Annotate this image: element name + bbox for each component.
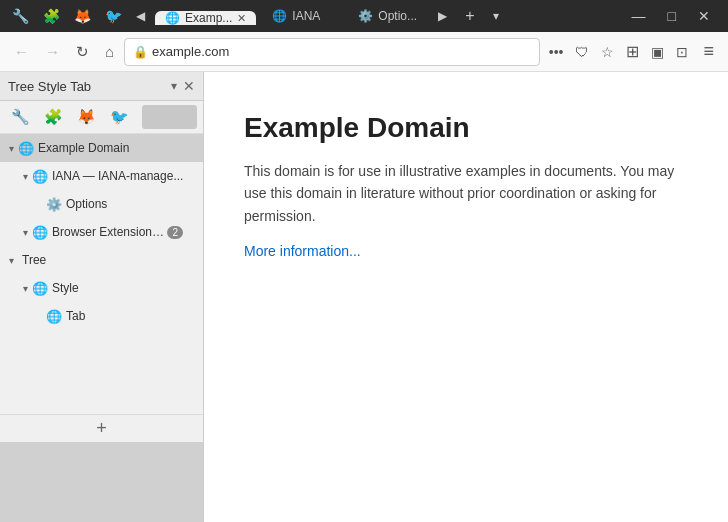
home-button[interactable]: ⌂ <box>99 39 120 64</box>
sidebar-toolbar: 🔧 🧩 🦊 🐦 <box>0 101 203 134</box>
label-style: Style <box>52 281 187 295</box>
favicon-tab: 🌐 <box>46 309 62 324</box>
extensions-icon[interactable]: 🧩 <box>39 4 64 28</box>
sidebar-icon[interactable]: ▣ <box>646 40 669 64</box>
favicon-style: 🌐 <box>32 281 48 296</box>
sidebar-firefox-button[interactable]: 🦊 <box>72 105 101 129</box>
label-tab: Tab <box>66 309 187 323</box>
close-button[interactable]: ✕ <box>688 4 720 28</box>
toolbar-icons: ••• 🛡 ☆ ⊞ ▣ ⊡ <box>544 38 694 65</box>
back-button[interactable]: ← <box>8 39 35 64</box>
twitter-icon[interactable]: 🐦 <box>101 4 126 28</box>
tree-item-style[interactable]: ▾ 🌐 Style ✕ <box>0 274 203 302</box>
address-url[interactable]: example.com <box>152 44 527 59</box>
tab-options[interactable]: ⚙️ Optio... <box>348 9 428 23</box>
tree-item-tree[interactable]: ▾ Tree ✕ <box>0 246 203 274</box>
label-example-domain: Example Domain <box>38 141 187 155</box>
toggle-iana[interactable]: ▾ <box>18 171 32 182</box>
sidebar-title: Tree Style Tab <box>8 79 165 94</box>
sidebar-close-button[interactable]: ✕ <box>183 78 195 94</box>
tab-iana-label: IANA <box>292 9 320 23</box>
toggle-example-domain[interactable]: ▾ <box>4 143 18 154</box>
tree-item-browser-extensions[interactable]: ▾ 🌐 Browser Extensions - M 2 ✕ <box>0 218 203 246</box>
add-tab-button[interactable]: + <box>0 414 203 442</box>
window-controls: — □ ✕ <box>622 4 720 28</box>
more-tools-icon[interactable]: ••• <box>544 40 569 64</box>
tab-iana[interactable]: 🌐 IANA <box>262 9 342 23</box>
hamburger-menu[interactable]: ≡ <box>697 37 720 66</box>
tab-forward-chevron[interactable]: ▶ <box>434 9 451 23</box>
page-body: This domain is for use in illustrative e… <box>244 160 684 227</box>
tab-options-favicon: ⚙️ <box>358 9 373 23</box>
tab-options-label: Optio... <box>378 9 417 23</box>
content-area: Example Domain This domain is for use in… <box>204 72 728 522</box>
title-bar: 🔧 🧩 🦊 🐦 ◀ 🌐 Examp... ✕ 🌐 IANA ⚙️ Optio..… <box>0 0 728 32</box>
favicon-iana: 🌐 <box>32 169 48 184</box>
tree-item-iana[interactable]: ▾ 🌐 IANA — IANA-manage... ✕ <box>0 162 203 190</box>
lock-icon: 🔒 <box>133 45 148 59</box>
minimize-button[interactable]: — <box>622 4 656 28</box>
toggle-browser-ext[interactable]: ▾ <box>18 227 32 238</box>
label-iana: IANA — IANA-manage... <box>52 169 187 183</box>
badge-browser-ext: 2 <box>167 226 183 239</box>
tab-iana-favicon: 🌐 <box>272 9 287 23</box>
sidebar-twitter-button[interactable]: 🐦 <box>105 105 134 129</box>
favicon-example-domain: 🌐 <box>18 141 34 156</box>
label-browser-ext: Browser Extensions - M <box>52 225 167 239</box>
sidebar: Tree Style Tab ▾ ✕ 🔧 🧩 🦊 🐦 ▾ 🌐 Example D… <box>0 72 204 522</box>
sidebar-wrench-button[interactable]: 🔧 <box>6 105 35 129</box>
sidebar-puzzle-button[interactable]: 🧩 <box>39 105 68 129</box>
tree-item-tab[interactable]: 🌐 Tab ✕ <box>0 302 203 330</box>
tree-item-example-domain[interactable]: ▾ 🌐 Example Domain ✕ <box>0 134 203 162</box>
address-input-wrapper[interactable]: 🔒 example.com <box>124 38 540 66</box>
synced-tabs-icon[interactable]: ⊡ <box>671 40 693 64</box>
tab-example-close[interactable]: ✕ <box>237 12 246 25</box>
sidebar-footer <box>0 442 203 522</box>
tab-back-chevron[interactable]: ◀ <box>132 9 149 23</box>
main-layout: Tree Style Tab ▾ ✕ 🔧 🧩 🦊 🐦 ▾ 🌐 Example D… <box>0 72 728 522</box>
firefox-logo-icon[interactable]: 🦊 <box>70 4 95 28</box>
favicon-browser-ext: 🌐 <box>32 225 48 240</box>
pocket-icon[interactable]: 🛡 <box>570 40 594 64</box>
forward-button[interactable]: → <box>39 39 66 64</box>
tree-container: ▾ 🌐 Example Domain ✕ ▾ 🌐 IANA — IANA-man… <box>0 134 203 414</box>
page-title: Example Domain <box>244 112 688 144</box>
favicon-options: ⚙️ <box>46 197 62 212</box>
wrench-icon[interactable]: 🔧 <box>8 4 33 28</box>
label-options: Options <box>66 197 187 211</box>
more-info-link[interactable]: More information... <box>244 243 361 259</box>
label-tree: Tree <box>22 253 187 267</box>
new-tab-button[interactable]: + <box>457 7 482 25</box>
tree-item-options[interactable]: ⚙️ Options ✕ <box>0 190 203 218</box>
tab-example-favicon: 🌐 <box>165 11 180 25</box>
library-icon[interactable]: ⊞ <box>621 38 644 65</box>
bookmark-star-icon[interactable]: ☆ <box>596 40 619 64</box>
tab-list-chevron[interactable]: ▾ <box>489 9 503 23</box>
tab-example-label: Examp... <box>185 11 232 25</box>
sidebar-header: Tree Style Tab ▾ ✕ <box>0 72 203 101</box>
toggle-style[interactable]: ▾ <box>18 283 32 294</box>
address-bar: ← → ↻ ⌂ 🔒 example.com ••• 🛡 ☆ ⊞ ▣ ⊡ ≡ <box>0 32 728 72</box>
sidebar-chevron-icon[interactable]: ▾ <box>171 79 177 93</box>
toggle-tree[interactable]: ▾ <box>4 255 18 266</box>
maximize-button[interactable]: □ <box>658 4 686 28</box>
refresh-button[interactable]: ↻ <box>70 39 95 65</box>
tab-example[interactable]: 🌐 Examp... ✕ <box>155 11 256 25</box>
